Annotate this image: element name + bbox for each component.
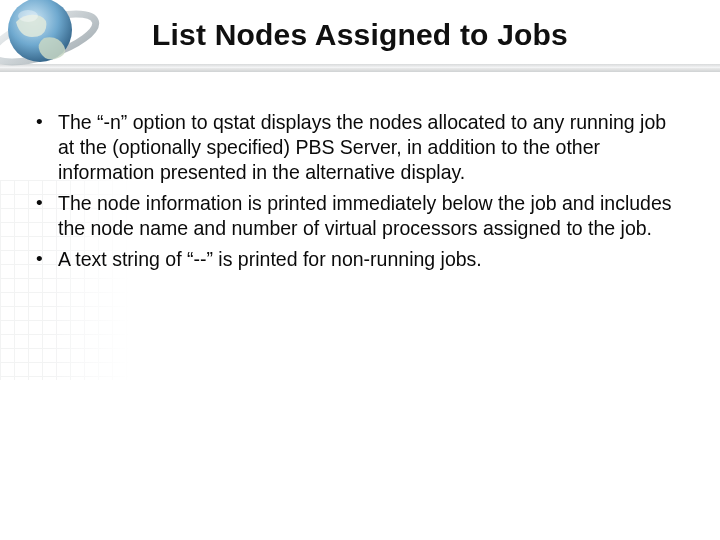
slide-title: List Nodes Assigned to Jobs: [152, 18, 568, 51]
list-item: The node information is printed immediat…: [30, 191, 680, 241]
list-item: A text string of “--” is printed for non…: [30, 247, 680, 272]
title-divider: [0, 64, 720, 72]
list-item: The “-n” option to qstat displays the no…: [30, 110, 680, 185]
bullet-list: The “-n” option to qstat displays the no…: [30, 110, 680, 272]
title-container: List Nodes Assigned to Jobs: [0, 18, 720, 52]
body-content: The “-n” option to qstat displays the no…: [30, 110, 680, 278]
